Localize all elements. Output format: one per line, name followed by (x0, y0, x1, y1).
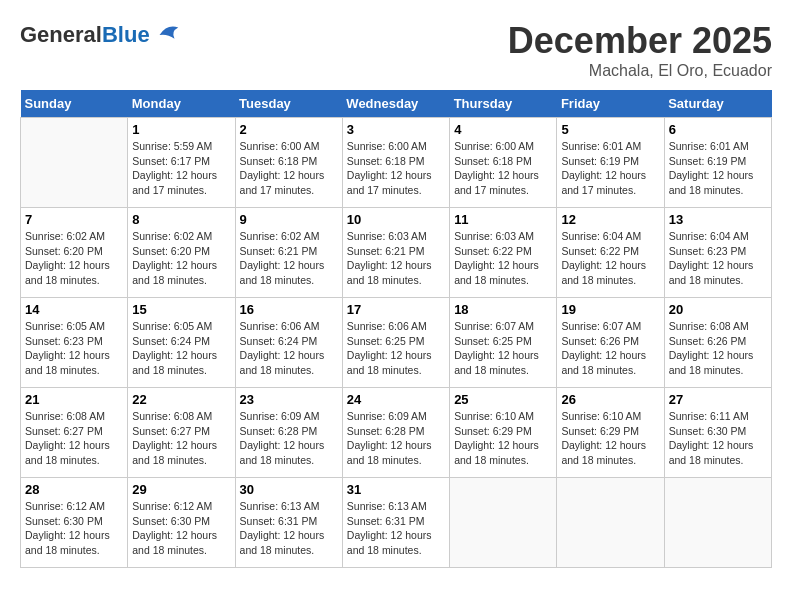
day-info: Sunrise: 6:12 AMSunset: 6:30 PMDaylight:… (25, 499, 123, 558)
day-number: 10 (347, 212, 445, 227)
calendar-cell: 30Sunrise: 6:13 AMSunset: 6:31 PMDayligh… (235, 478, 342, 568)
day-number: 27 (669, 392, 767, 407)
calendar-cell: 18Sunrise: 6:07 AMSunset: 6:25 PMDayligh… (450, 298, 557, 388)
day-info: Sunrise: 6:12 AMSunset: 6:30 PMDaylight:… (132, 499, 230, 558)
day-number: 16 (240, 302, 338, 317)
day-info: Sunrise: 6:09 AMSunset: 6:28 PMDaylight:… (240, 409, 338, 468)
day-info: Sunrise: 6:05 AMSunset: 6:23 PMDaylight:… (25, 319, 123, 378)
location-subtitle: Machala, El Oro, Ecuador (508, 62, 772, 80)
calendar-cell: 28Sunrise: 6:12 AMSunset: 6:30 PMDayligh… (21, 478, 128, 568)
calendar-cell: 20Sunrise: 6:08 AMSunset: 6:26 PMDayligh… (664, 298, 771, 388)
day-number: 4 (454, 122, 552, 137)
day-number: 29 (132, 482, 230, 497)
day-info: Sunrise: 6:09 AMSunset: 6:28 PMDaylight:… (347, 409, 445, 468)
calendar-header-row: SundayMondayTuesdayWednesdayThursdayFrid… (21, 90, 772, 118)
day-number: 15 (132, 302, 230, 317)
day-info: Sunrise: 6:02 AMSunset: 6:20 PMDaylight:… (132, 229, 230, 288)
day-number: 23 (240, 392, 338, 407)
calendar-week-row: 21Sunrise: 6:08 AMSunset: 6:27 PMDayligh… (21, 388, 772, 478)
calendar-cell: 12Sunrise: 6:04 AMSunset: 6:22 PMDayligh… (557, 208, 664, 298)
calendar-cell: 17Sunrise: 6:06 AMSunset: 6:25 PMDayligh… (342, 298, 449, 388)
day-number: 7 (25, 212, 123, 227)
day-info: Sunrise: 6:04 AMSunset: 6:23 PMDaylight:… (669, 229, 767, 288)
calendar-cell (664, 478, 771, 568)
day-info: Sunrise: 6:03 AMSunset: 6:22 PMDaylight:… (454, 229, 552, 288)
day-number: 21 (25, 392, 123, 407)
day-number: 24 (347, 392, 445, 407)
logo: GeneralBlue (20, 20, 182, 50)
calendar-cell (21, 118, 128, 208)
page-header: GeneralBlue December 2025 Machala, El Or… (20, 20, 772, 80)
calendar-cell (450, 478, 557, 568)
day-number: 26 (561, 392, 659, 407)
calendar-cell: 26Sunrise: 6:10 AMSunset: 6:29 PMDayligh… (557, 388, 664, 478)
day-number: 2 (240, 122, 338, 137)
day-number: 31 (347, 482, 445, 497)
calendar-cell: 6Sunrise: 6:01 AMSunset: 6:19 PMDaylight… (664, 118, 771, 208)
day-info: Sunrise: 6:08 AMSunset: 6:26 PMDaylight:… (669, 319, 767, 378)
day-info: Sunrise: 6:13 AMSunset: 6:31 PMDaylight:… (240, 499, 338, 558)
day-header-thursday: Thursday (450, 90, 557, 118)
day-info: Sunrise: 6:08 AMSunset: 6:27 PMDaylight:… (132, 409, 230, 468)
calendar-cell: 9Sunrise: 6:02 AMSunset: 6:21 PMDaylight… (235, 208, 342, 298)
day-number: 6 (669, 122, 767, 137)
calendar-cell: 10Sunrise: 6:03 AMSunset: 6:21 PMDayligh… (342, 208, 449, 298)
calendar-cell: 7Sunrise: 6:02 AMSunset: 6:20 PMDaylight… (21, 208, 128, 298)
calendar-cell: 27Sunrise: 6:11 AMSunset: 6:30 PMDayligh… (664, 388, 771, 478)
calendar-cell: 8Sunrise: 6:02 AMSunset: 6:20 PMDaylight… (128, 208, 235, 298)
day-info: Sunrise: 6:13 AMSunset: 6:31 PMDaylight:… (347, 499, 445, 558)
day-info: Sunrise: 6:04 AMSunset: 6:22 PMDaylight:… (561, 229, 659, 288)
calendar-table: SundayMondayTuesdayWednesdayThursdayFrid… (20, 90, 772, 568)
calendar-cell: 5Sunrise: 6:01 AMSunset: 6:19 PMDaylight… (557, 118, 664, 208)
calendar-cell: 31Sunrise: 6:13 AMSunset: 6:31 PMDayligh… (342, 478, 449, 568)
day-number: 12 (561, 212, 659, 227)
calendar-cell: 16Sunrise: 6:06 AMSunset: 6:24 PMDayligh… (235, 298, 342, 388)
calendar-week-row: 1Sunrise: 5:59 AMSunset: 6:17 PMDaylight… (21, 118, 772, 208)
calendar-cell: 22Sunrise: 6:08 AMSunset: 6:27 PMDayligh… (128, 388, 235, 478)
day-info: Sunrise: 6:01 AMSunset: 6:19 PMDaylight:… (561, 139, 659, 198)
day-header-wednesday: Wednesday (342, 90, 449, 118)
day-number: 30 (240, 482, 338, 497)
day-number: 8 (132, 212, 230, 227)
day-number: 17 (347, 302, 445, 317)
day-number: 14 (25, 302, 123, 317)
day-number: 1 (132, 122, 230, 137)
calendar-week-row: 28Sunrise: 6:12 AMSunset: 6:30 PMDayligh… (21, 478, 772, 568)
day-info: Sunrise: 6:06 AMSunset: 6:24 PMDaylight:… (240, 319, 338, 378)
day-number: 28 (25, 482, 123, 497)
day-info: Sunrise: 6:00 AMSunset: 6:18 PMDaylight:… (454, 139, 552, 198)
day-info: Sunrise: 6:00 AMSunset: 6:18 PMDaylight:… (347, 139, 445, 198)
day-number: 3 (347, 122, 445, 137)
calendar-cell: 15Sunrise: 6:05 AMSunset: 6:24 PMDayligh… (128, 298, 235, 388)
day-header-monday: Monday (128, 90, 235, 118)
day-info: Sunrise: 6:05 AMSunset: 6:24 PMDaylight:… (132, 319, 230, 378)
day-number: 25 (454, 392, 552, 407)
logo-blue-text: Blue (102, 22, 150, 47)
day-number: 11 (454, 212, 552, 227)
calendar-cell: 13Sunrise: 6:04 AMSunset: 6:23 PMDayligh… (664, 208, 771, 298)
calendar-cell: 23Sunrise: 6:09 AMSunset: 6:28 PMDayligh… (235, 388, 342, 478)
calendar-cell: 29Sunrise: 6:12 AMSunset: 6:30 PMDayligh… (128, 478, 235, 568)
day-info: Sunrise: 6:06 AMSunset: 6:25 PMDaylight:… (347, 319, 445, 378)
day-header-friday: Friday (557, 90, 664, 118)
calendar-week-row: 7Sunrise: 6:02 AMSunset: 6:20 PMDaylight… (21, 208, 772, 298)
calendar-cell: 11Sunrise: 6:03 AMSunset: 6:22 PMDayligh… (450, 208, 557, 298)
day-number: 22 (132, 392, 230, 407)
day-number: 5 (561, 122, 659, 137)
day-info: Sunrise: 6:02 AMSunset: 6:21 PMDaylight:… (240, 229, 338, 288)
day-number: 19 (561, 302, 659, 317)
calendar-cell: 21Sunrise: 6:08 AMSunset: 6:27 PMDayligh… (21, 388, 128, 478)
day-info: Sunrise: 6:10 AMSunset: 6:29 PMDaylight:… (454, 409, 552, 468)
day-header-tuesday: Tuesday (235, 90, 342, 118)
calendar-cell: 24Sunrise: 6:09 AMSunset: 6:28 PMDayligh… (342, 388, 449, 478)
day-info: Sunrise: 6:03 AMSunset: 6:21 PMDaylight:… (347, 229, 445, 288)
day-number: 13 (669, 212, 767, 227)
calendar-week-row: 14Sunrise: 6:05 AMSunset: 6:23 PMDayligh… (21, 298, 772, 388)
calendar-cell: 14Sunrise: 6:05 AMSunset: 6:23 PMDayligh… (21, 298, 128, 388)
logo-bird-icon (152, 20, 182, 50)
calendar-cell: 4Sunrise: 6:00 AMSunset: 6:18 PMDaylight… (450, 118, 557, 208)
logo-general-text: General (20, 22, 102, 47)
calendar-cell: 19Sunrise: 6:07 AMSunset: 6:26 PMDayligh… (557, 298, 664, 388)
title-block: December 2025 Machala, El Oro, Ecuador (508, 20, 772, 80)
day-info: Sunrise: 6:07 AMSunset: 6:26 PMDaylight:… (561, 319, 659, 378)
